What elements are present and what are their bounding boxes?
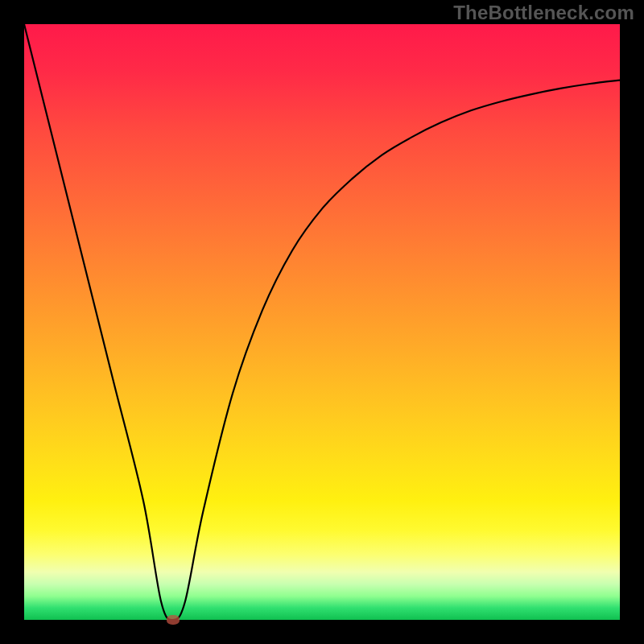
plot-area bbox=[24, 24, 620, 620]
bottleneck-curve bbox=[24, 24, 620, 620]
watermark-text: TheBottleneck.com bbox=[453, 2, 634, 24]
chart-frame: TheBottleneck.com bbox=[0, 0, 644, 644]
min-point-marker bbox=[167, 615, 180, 625]
